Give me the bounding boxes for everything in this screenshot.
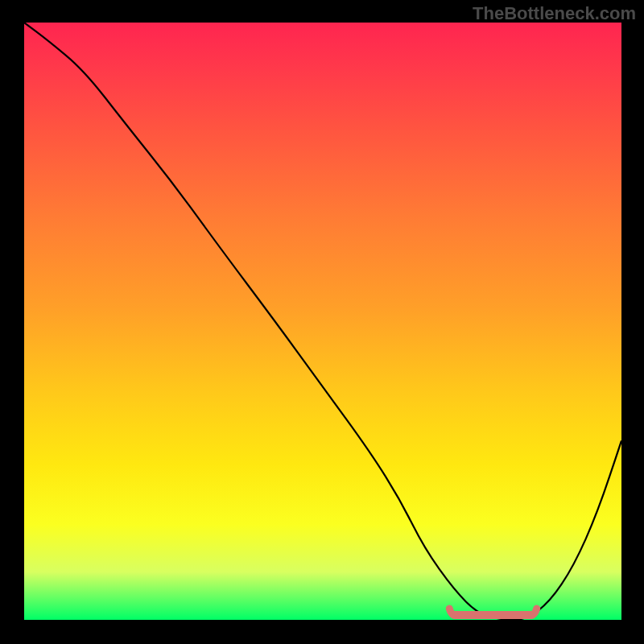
marker-svg [24,23,621,620]
optimal-range-marker-right-hook [532,609,537,615]
plot-area [24,23,621,620]
watermark-text: TheBottleneck.com [473,3,636,24]
